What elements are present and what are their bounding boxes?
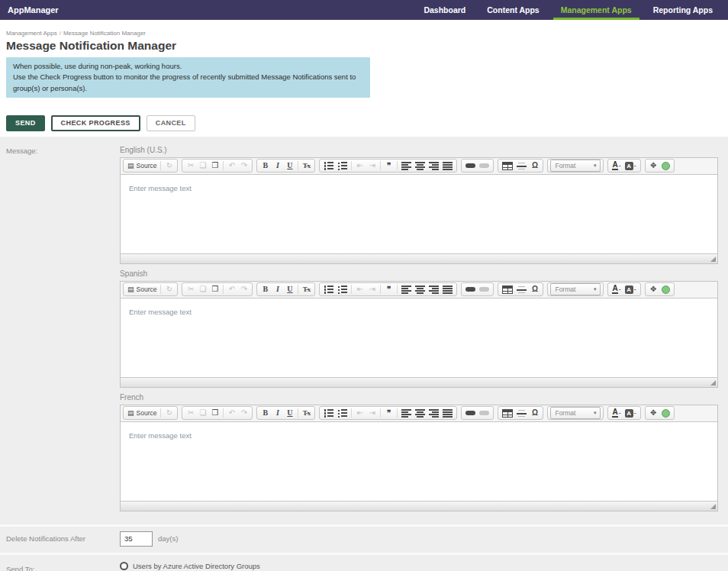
check-progress-button[interactable]: CHECK PROGRESS (51, 115, 140, 131)
bulleted-list-icon[interactable] (336, 160, 349, 172)
paste-icon[interactable]: ❒ (209, 160, 221, 172)
italic-icon[interactable]: I (272, 160, 283, 172)
paste-icon[interactable]: ❒ (209, 284, 221, 295)
link-icon[interactable] (464, 160, 477, 172)
undo-icon[interactable]: ↶ (226, 160, 237, 172)
resize-handle-icon[interactable] (710, 380, 716, 386)
about-icon[interactable] (660, 284, 672, 295)
cancel-button[interactable]: CANCEL (147, 115, 195, 131)
document-arrow-icon[interactable]: ↻ (163, 284, 175, 295)
align-left-icon[interactable] (400, 408, 413, 419)
horizontal-rule-icon[interactable] (515, 160, 528, 172)
horizontal-rule-icon[interactable] (515, 408, 528, 419)
message-text-input-french[interactable]: Enter message text (121, 422, 717, 501)
align-justify-icon[interactable] (441, 284, 454, 295)
tab-management-apps[interactable]: Management Apps (550, 0, 643, 20)
text-color-icon[interactable]: A- (610, 160, 622, 172)
send-to-option-users-by-azure-active-directory-groups[interactable]: Users by Azure Active Directory Groups (120, 562, 718, 570)
text-color-icon[interactable]: A- (610, 284, 622, 295)
outdent-icon[interactable]: ⇤ (354, 160, 366, 172)
source-button[interactable]: ▤Source (126, 160, 158, 172)
copy-icon[interactable]: ❏ (197, 284, 208, 295)
remove-format-icon[interactable]: T̶x (301, 284, 312, 295)
horizontal-rule-icon[interactable] (515, 284, 528, 295)
link-icon[interactable] (464, 284, 477, 295)
remove-format-icon[interactable]: T̶x (301, 408, 312, 419)
align-justify-icon[interactable] (441, 160, 454, 172)
undo-icon[interactable]: ↶ (226, 408, 237, 419)
remove-format-icon[interactable]: T̶x (301, 160, 312, 172)
maximize-icon[interactable]: ✥ (648, 408, 659, 419)
copy-icon[interactable]: ❏ (197, 160, 208, 172)
link-icon[interactable] (464, 408, 477, 419)
special-char-icon[interactable]: Ω (529, 284, 540, 295)
align-left-icon[interactable] (400, 160, 413, 172)
cut-icon[interactable]: ✂ (185, 408, 196, 419)
underline-icon[interactable]: U (284, 160, 295, 172)
text-color-icon[interactable]: A- (610, 408, 622, 419)
source-button[interactable]: ▤Source (126, 408, 158, 419)
redo-icon[interactable]: ↷ (238, 408, 250, 419)
breadcrumb-management-apps[interactable]: Management Apps (6, 30, 57, 37)
tab-content-apps[interactable]: Content Apps (476, 0, 549, 20)
indent-icon[interactable]: ⇥ (366, 284, 378, 295)
bulleted-list-icon[interactable] (336, 408, 349, 419)
bold-icon[interactable]: B (259, 160, 271, 172)
format-dropdown[interactable]: Format▾ (550, 283, 601, 295)
undo-icon[interactable]: ↶ (226, 284, 237, 295)
format-dropdown[interactable]: Format▾ (550, 160, 601, 172)
special-char-icon[interactable]: Ω (529, 160, 540, 172)
bold-icon[interactable]: B (259, 284, 271, 295)
indent-icon[interactable]: ⇥ (366, 160, 378, 172)
message-text-input-english[interactable]: Enter message text (121, 175, 717, 253)
paste-icon[interactable]: ❒ (209, 408, 221, 419)
unlink-icon[interactable] (478, 284, 491, 295)
table-icon[interactable] (501, 160, 514, 172)
numbered-list-icon[interactable] (322, 284, 335, 295)
redo-icon[interactable]: ↷ (238, 160, 250, 172)
maximize-icon[interactable]: ✥ (648, 160, 659, 172)
resize-handle-icon[interactable] (710, 256, 716, 262)
align-center-icon[interactable] (414, 408, 427, 419)
underline-icon[interactable]: U (284, 408, 295, 419)
format-dropdown[interactable]: Format▾ (550, 407, 601, 419)
bold-icon[interactable]: B (259, 408, 271, 419)
table-icon[interactable] (501, 284, 514, 295)
numbered-list-icon[interactable] (322, 160, 335, 172)
cut-icon[interactable]: ✂ (185, 284, 196, 295)
numbered-list-icon[interactable] (322, 408, 335, 419)
table-icon[interactable] (501, 408, 514, 419)
outdent-icon[interactable]: ⇤ (354, 284, 366, 295)
blockquote-icon[interactable]: ❞ (383, 408, 395, 419)
document-arrow-icon[interactable]: ↻ (163, 408, 175, 419)
bg-color-icon[interactable]: A- (623, 284, 638, 295)
document-arrow-icon[interactable]: ↻ (163, 160, 175, 172)
align-right-icon[interactable] (427, 160, 440, 172)
copy-icon[interactable]: ❏ (197, 408, 208, 419)
align-right-icon[interactable] (427, 408, 440, 419)
indent-icon[interactable]: ⇥ (366, 408, 378, 419)
resize-handle-icon[interactable] (710, 504, 716, 509)
maximize-icon[interactable]: ✥ (648, 284, 659, 295)
send-button[interactable]: SEND (6, 115, 45, 131)
outdent-icon[interactable]: ⇤ (354, 408, 366, 419)
radio-users-by-azure-active-directory-groups[interactable] (120, 562, 128, 570)
blockquote-icon[interactable]: ❞ (383, 160, 395, 172)
cut-icon[interactable]: ✂ (185, 160, 196, 172)
bg-color-icon[interactable]: A- (623, 160, 638, 172)
message-text-input-spanish[interactable]: Enter message text (121, 298, 717, 377)
unlink-icon[interactable] (478, 408, 491, 419)
italic-icon[interactable]: I (272, 284, 283, 295)
special-char-icon[interactable]: Ω (529, 408, 540, 419)
bulleted-list-icon[interactable] (336, 284, 349, 295)
tab-dashboard[interactable]: Dashboard (413, 0, 476, 20)
about-icon[interactable] (660, 408, 672, 419)
align-center-icon[interactable] (414, 284, 427, 295)
align-right-icon[interactable] (427, 284, 440, 295)
breadcrumb-message-notification-manager[interactable]: Message Notification Manager (63, 30, 146, 37)
blockquote-icon[interactable]: ❞ (383, 284, 395, 295)
bg-color-icon[interactable]: A- (623, 408, 638, 419)
align-center-icon[interactable] (414, 160, 427, 172)
tab-reporting-apps[interactable]: Reporting Apps (643, 0, 723, 20)
align-justify-icon[interactable] (441, 408, 454, 419)
